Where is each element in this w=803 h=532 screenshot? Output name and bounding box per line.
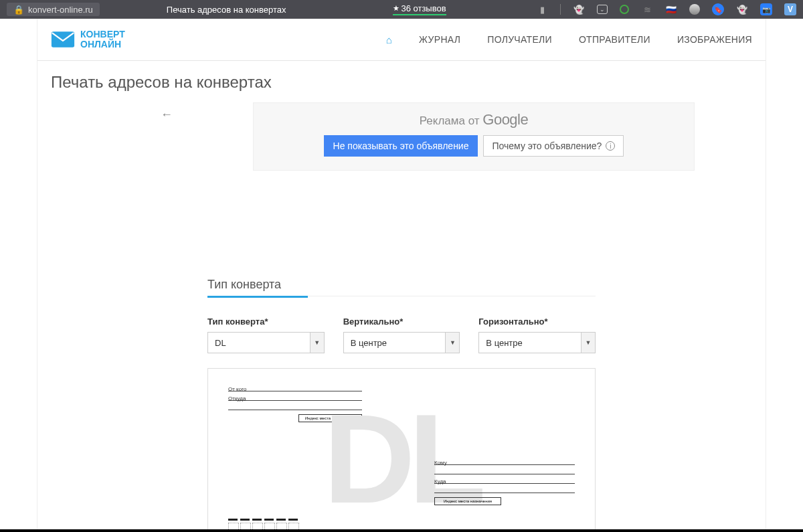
- separator-icon: [560, 4, 561, 15]
- chevron-down-icon[interactable]: ▼: [445, 332, 460, 353]
- left-gutter: [0, 19, 37, 532]
- chevron-down-icon[interactable]: ▼: [581, 332, 596, 353]
- reviews-text: 36 отзывов: [401, 3, 446, 13]
- recip-to-line: Кому: [434, 456, 575, 465]
- recipient-block: Кому Куда Индекс места назначения: [434, 456, 575, 505]
- chevron-down-icon[interactable]: ▼: [310, 332, 325, 353]
- browser-extension-icons: ▮ 👻 ⌄ ≋ 🇷🇺 🔖 👻 📷 V: [536, 3, 796, 15]
- nav-journal[interactable]: ЖУРНАЛ: [419, 34, 460, 45]
- green-circle-icon[interactable]: [620, 5, 629, 14]
- form-area: Тип конверта Тип конверта* ▼ Вертикально…: [207, 278, 596, 532]
- flag-ru-icon[interactable]: 🇷🇺: [665, 3, 677, 15]
- home-icon[interactable]: ⌂: [386, 34, 392, 46]
- logo-line2: ОНЛАЙН: [80, 39, 125, 50]
- field-envelope-type: Тип конверта* ▼: [207, 317, 325, 353]
- nav-images[interactable]: ИЗОБРАЖЕНИЯ: [677, 34, 752, 45]
- ad-buttons: Не показывать это объявление Почему это …: [254, 135, 694, 157]
- nav-recipients[interactable]: ПОЛУЧАТЕЛИ: [487, 34, 552, 45]
- section-envelope-type-title: Тип конверта: [207, 278, 596, 296]
- ad-google-text: Google: [482, 111, 528, 128]
- grey-circle-icon[interactable]: [689, 4, 700, 15]
- logo-line1: КОНВЕРТ: [80, 29, 125, 39]
- page-container: КОНВЕРТ ОНЛАЙН ⌂ ЖУРНАЛ ПОЛУЧАТЕЛИ ОТПРА…: [37, 19, 766, 532]
- recip-to-label: Кому: [434, 460, 447, 466]
- tab-title: Печать адресов на конвертах: [167, 5, 286, 15]
- back-arrow-icon[interactable]: ←: [151, 102, 182, 127]
- envelope-preview: DL От кого Откуда Индекс места отправлен…: [207, 368, 596, 532]
- label-vertical: Вертикально*: [343, 317, 460, 327]
- reviews-badge[interactable]: ★ 36 отзывов: [393, 3, 446, 15]
- top-nav: КОНВЕРТ ОНЛАЙН ⌂ ЖУРНАЛ ПОЛУЧАТЕЛИ ОТПРА…: [37, 19, 766, 61]
- blue-bookmark-icon[interactable]: 🔖: [712, 3, 724, 15]
- select-envelope-type-input[interactable]: [207, 332, 325, 353]
- url-host: konvert-online.ru: [28, 5, 93, 15]
- ad-label-prefix: Реклама от: [420, 114, 483, 127]
- sender-block: От кого Откуда Индекс места отправления: [228, 382, 362, 422]
- url-box[interactable]: 🔒 konvert-online.ru: [7, 3, 100, 16]
- field-horizontal: Горизонтально* ▼: [478, 317, 596, 353]
- select-vertical-input[interactable]: [343, 332, 460, 353]
- select-horizontal[interactable]: ▼: [478, 332, 596, 353]
- sender-index-box: Индекс места отправления: [298, 414, 362, 422]
- nav-senders[interactable]: ОТПРАВИТЕЛИ: [579, 34, 650, 45]
- recip-line-4: [434, 484, 575, 493]
- ad-row: ← Реклама от Google Не показывать это об…: [37, 102, 766, 171]
- browser-chrome-bar: 🔒 konvert-online.ru Печать адресов на ко…: [0, 0, 803, 19]
- ghost-icon-2[interactable]: 👻: [736, 3, 748, 15]
- sender-where-label: Откуда: [228, 395, 246, 402]
- select-horizontal-input[interactable]: [478, 332, 596, 353]
- recip-where-line: Куда: [434, 474, 575, 484]
- envelope-icon: [51, 31, 75, 48]
- info-icon: i: [606, 141, 615, 151]
- site-logo[interactable]: КОНВЕРТ ОНЛАЙН: [51, 29, 125, 49]
- sender-where-line: Откуда: [228, 391, 362, 401]
- sender-from-label: От кого: [228, 386, 246, 392]
- sender-line-3: [228, 401, 362, 410]
- ad-box: Реклама от Google Не показывать это объя…: [253, 102, 695, 171]
- page-title: Печать адресов на конвертах: [37, 61, 766, 102]
- ghost-icon[interactable]: 👻: [573, 3, 585, 15]
- label-envelope-type: Тип конверта*: [207, 317, 325, 327]
- right-gutter: [766, 19, 803, 532]
- lock-icon: 🔒: [13, 5, 24, 15]
- pocket-icon[interactable]: ⌄: [597, 5, 608, 14]
- logo-text: КОНВЕРТ ОНЛАЙН: [80, 29, 125, 49]
- zoom-icon[interactable]: 📷: [760, 3, 772, 15]
- v-badge-icon[interactable]: V: [784, 3, 796, 15]
- label-horizontal: Горизонтально*: [478, 317, 596, 327]
- bookmark-ribbon-icon[interactable]: ▮: [536, 3, 548, 15]
- select-vertical[interactable]: ▼: [343, 332, 460, 353]
- section-underline: [207, 296, 308, 298]
- star-icon: ★: [393, 4, 399, 13]
- zip-top-bars: [228, 519, 299, 521]
- nav-links: ⌂ ЖУРНАЛ ПОЛУЧАТЕЛИ ОТПРАВИТЕЛИ ИЗОБРАЖЕ…: [386, 34, 752, 46]
- recip-line-2: [434, 465, 575, 474]
- sender-from-line: От кого: [228, 382, 362, 391]
- recip-index-box: Индекс места назначения: [434, 497, 501, 505]
- bottom-black-bar: [0, 529, 803, 532]
- hide-ad-button[interactable]: Не показывать это объявление: [324, 135, 478, 157]
- field-vertical: Вертикально* ▼: [343, 317, 460, 353]
- why-ad-button[interactable]: Почему это объявление? i: [483, 135, 624, 157]
- rss-icon[interactable]: ≋: [641, 3, 653, 15]
- field-row: Тип конверта* ▼ Вертикально* ▼ Горизонта…: [207, 317, 596, 353]
- why-ad-label: Почему это объявление?: [492, 141, 602, 151]
- ad-label-line: Реклама от Google: [254, 111, 694, 128]
- recip-where-label: Куда: [434, 478, 446, 484]
- select-envelope-type[interactable]: ▼: [207, 332, 325, 353]
